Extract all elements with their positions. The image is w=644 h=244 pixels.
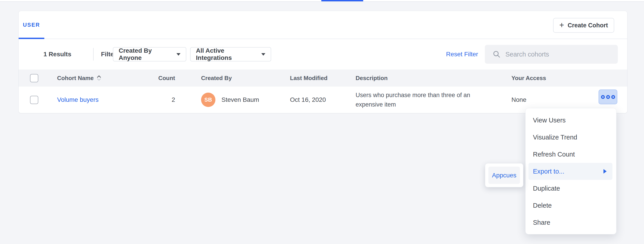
integrations-dropdown-value: All Active Integrations — [196, 47, 257, 62]
header-your-access: Your Access — [512, 75, 546, 82]
header-cohort-name: Cohort Name — [57, 75, 94, 82]
search-input[interactable] — [505, 51, 618, 58]
filter-bar: 1 Results Filter by Created By Anyone Al… — [18, 39, 627, 70]
cohort-count: 2 — [172, 96, 175, 103]
created-by-dropdown[interactable]: Created By Anyone — [113, 47, 186, 62]
search-box — [485, 45, 618, 64]
search-icon — [493, 51, 500, 58]
row-actions-menu: View Users Visualize Trend Refresh Count… — [525, 108, 616, 234]
menu-item-export-to-label: Export to... — [533, 168, 564, 175]
avatar: SB — [201, 93, 216, 107]
tab-bar: USER + Create Cohort — [18, 11, 627, 39]
caret-down-icon — [261, 53, 265, 56]
avatar-initials: SB — [204, 97, 212, 103]
results-count: 1 Results — [44, 51, 72, 58]
menu-item-refresh-count[interactable]: Refresh Count — [526, 146, 616, 163]
header-description: Description — [356, 75, 388, 82]
header-count: Count — [158, 75, 175, 82]
created-by-dropdown-value: Created By Anyone — [119, 47, 172, 62]
arrow-right-icon — [604, 169, 606, 174]
header-last-modified: Last Modified — [290, 75, 328, 82]
caret-down-icon — [176, 53, 180, 56]
top-nav-edge — [0, 0, 644, 2]
menu-item-export-to[interactable]: Export to... — [528, 163, 612, 180]
create-cohort-label: Create Cohort — [568, 22, 608, 29]
cohort-name-link[interactable]: Volume buyers — [57, 96, 98, 103]
last-modified-date: Oct 16, 2020 — [290, 96, 326, 103]
tab-user[interactable]: USER — [18, 11, 44, 39]
row-actions-button[interactable] — [598, 90, 617, 104]
header-created-by: Created By — [201, 75, 232, 82]
menu-item-delete[interactable]: Delete — [526, 197, 616, 214]
cohort-description: Users who purchase more than three of an… — [356, 90, 490, 109]
table-header: Cohort Name Count Created By Last Modifi… — [18, 70, 627, 87]
menu-item-duplicate[interactable]: Duplicate — [526, 180, 616, 197]
filter-divider — [93, 48, 94, 61]
active-nav-indicator — [321, 0, 363, 1]
tab-user-label: USER — [23, 22, 40, 28]
ellipsis-icon — [601, 95, 605, 99]
menu-item-visualize-trend[interactable]: Visualize Trend — [526, 129, 616, 146]
create-cohort-button[interactable]: + Create Cohort — [553, 18, 614, 33]
row-checkbox[interactable] — [30, 96, 38, 104]
creator-name: Steven Baum — [222, 96, 259, 103]
select-all-checkbox[interactable] — [30, 74, 38, 82]
cohorts-card: USER + Create Cohort 1 Results Filter by… — [18, 11, 628, 113]
reset-filter-link[interactable]: Reset Filter — [446, 51, 478, 58]
menu-item-view-users[interactable]: View Users — [526, 112, 616, 129]
ellipsis-icon — [606, 95, 610, 99]
menu-item-appcues[interactable]: Appcues — [488, 167, 520, 184]
access-value: None — [512, 96, 526, 103]
ellipsis-icon — [611, 95, 615, 99]
menu-item-share[interactable]: Share — [526, 214, 616, 231]
export-submenu: Appcues — [485, 163, 523, 187]
integrations-dropdown[interactable]: All Active Integrations — [190, 47, 271, 62]
sort-icon[interactable] — [96, 75, 102, 81]
